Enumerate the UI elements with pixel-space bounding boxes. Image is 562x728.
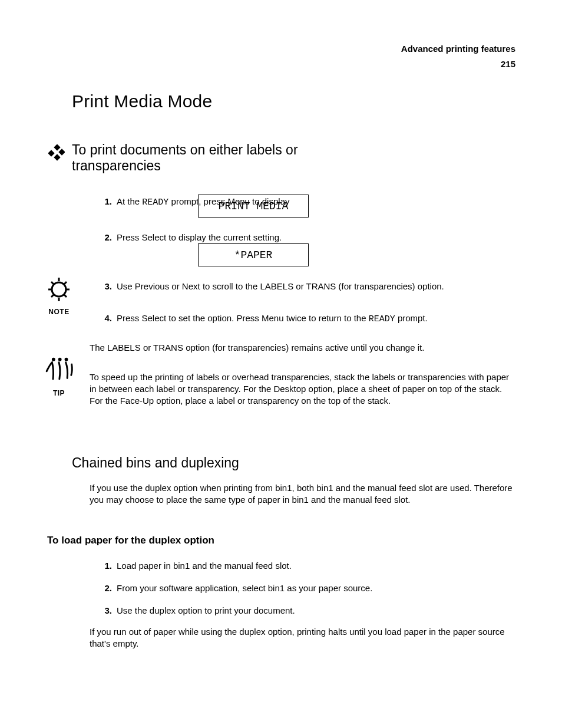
svg-line-9: [51, 282, 54, 284]
svg-line-10: [64, 295, 67, 297]
tip-label: TIP: [42, 389, 75, 397]
step-number: 2.: [88, 232, 112, 243]
heading-line-1: To print documents on either labels or: [72, 142, 298, 157]
heading-print-media-mode: Print Media Mode: [72, 91, 212, 111]
step-2: 2. Press Select to display the current s…: [117, 232, 517, 243]
svg-point-15: [65, 358, 68, 361]
duplex-step-3: 3. Use the duplex option to print your d…: [117, 605, 517, 617]
step-text: From your software application, select b…: [117, 583, 372, 593]
svg-rect-2: [58, 149, 65, 155]
section-marker-icon: [48, 144, 65, 161]
step-text: Use Previous or Next to scroll to the LA…: [117, 281, 444, 291]
heading-chained-bins: Chained bins and duplexing: [72, 455, 239, 471]
heading-line-2: transparencies: [72, 158, 161, 173]
duplex-step-2: 2. From your software application, selec…: [117, 582, 517, 594]
tip-text: To speed up the printing of labels or ov…: [90, 371, 516, 406]
note-text: The LABELS or TRANS option (for transpar…: [90, 342, 516, 354]
duplex-tail-text: If you run out of paper while using the …: [90, 626, 516, 650]
step-number: 3.: [88, 605, 112, 617]
step-text: Load paper in bin1 and the manual feed s…: [117, 561, 292, 571]
note-label: NOTE: [42, 308, 75, 316]
step-4: 4. Press Select to set the option. Press…: [117, 312, 517, 325]
heading-to-print-documents: To print documents on either labels or t…: [72, 142, 298, 174]
svg-point-13: [52, 358, 55, 361]
page-number: 215: [501, 59, 515, 69]
step-number: 1.: [88, 560, 112, 572]
step-text-after: prompt.: [395, 313, 428, 323]
step-number: 2.: [88, 582, 112, 594]
step-number: 1.: [88, 196, 112, 207]
heading-to-load-paper: To load paper for the duplex option: [47, 535, 214, 546]
step-mono: READY: [142, 197, 168, 207]
step-text-before: Press Select to set the option. Press Me…: [117, 313, 369, 323]
step-number: 4.: [88, 312, 112, 324]
step-text: Use the duplex option to print your docu…: [117, 605, 295, 615]
svg-point-14: [58, 358, 62, 361]
chained-bins-body: If you use the duplex option when printi…: [90, 482, 516, 506]
tip-icon: TIP: [42, 351, 75, 397]
step-3: 3. Use Previous or Next to scroll to the…: [117, 281, 517, 292]
step-text-before: At the: [117, 196, 142, 206]
step-mono: READY: [369, 314, 395, 324]
duplex-step-1: 1. Load paper in bin1 and the manual fee…: [117, 560, 517, 572]
svg-line-12: [51, 295, 54, 297]
lcd-print-media: PRINT MEDIA: [198, 195, 309, 218]
step-1: 1. At the READY prompt, press Menu to di…: [117, 196, 517, 209]
note-icon: NOTE: [42, 270, 75, 316]
svg-line-11: [64, 282, 67, 284]
svg-rect-1: [48, 150, 55, 156]
running-head: Advanced printing features: [401, 44, 515, 54]
svg-rect-0: [54, 144, 60, 151]
lcd-paper: *PAPER: [198, 243, 309, 266]
step-text: Press Select to display the current sett…: [117, 232, 282, 242]
svg-point-4: [52, 282, 66, 297]
svg-rect-3: [54, 154, 60, 160]
step-number: 3.: [88, 281, 112, 292]
